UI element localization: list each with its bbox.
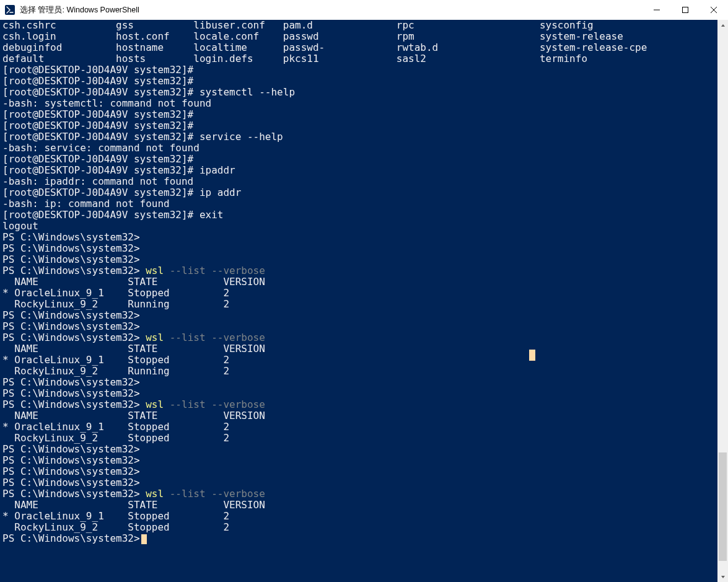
scroll-down-button[interactable] <box>717 571 728 582</box>
powershell-window: 选择 管理员: Windows PowerShell csh.cshrc gss… <box>0 0 728 582</box>
titlebar[interactable]: 选择 管理员: Windows PowerShell <box>0 0 728 20</box>
selection-cursor <box>529 350 535 361</box>
powershell-icon <box>5 5 15 15</box>
terminal-text: csh.cshrc gss libuser.conf pam.d rpc sys… <box>2 20 728 544</box>
window-title: 选择 管理员: Windows PowerShell <box>20 0 139 20</box>
maximize-button[interactable] <box>671 0 699 20</box>
close-button[interactable] <box>699 0 728 20</box>
scroll-track[interactable] <box>717 30 728 571</box>
scroll-thumb[interactable] <box>719 452 727 561</box>
minimize-button[interactable] <box>642 0 671 20</box>
scroll-up-button[interactable] <box>717 20 728 30</box>
vertical-scrollbar[interactable] <box>717 20 728 582</box>
terminal-viewport[interactable]: csh.cshrc gss libuser.conf pam.d rpc sys… <box>0 20 728 582</box>
svg-rect-1 <box>683 7 688 13</box>
